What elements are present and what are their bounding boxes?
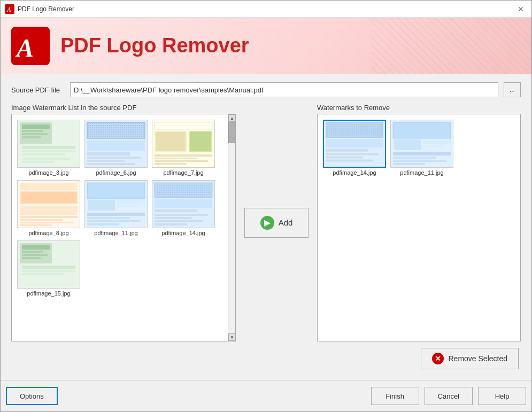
image-label: pdfimage_8.jpg [28,230,68,236]
close-button[interactable]: ✕ [514,3,527,15]
svg-rect-12 [22,153,65,156]
left-list-panel[interactable]: pdfimage_3.jpg [11,114,236,341]
svg-rect-7 [22,130,43,132]
image-label: pdfimage_11.jpg [94,230,137,236]
finish-button[interactable]: Finish [371,387,419,405]
svg-rect-35 [155,163,187,165]
svg-rect-50 [117,205,138,207]
list-item[interactable]: pdfimage_11.jpg [389,119,454,177]
image-label: pdfimage_15.jpg [27,290,70,297]
scrollbar-thumb[interactable] [228,122,235,143]
svg-rect-74 [22,273,65,275]
app-icon: A [5,4,14,14]
svg-rect-21 [87,152,130,156]
image-thumb-8 [18,181,80,228]
image-label: pdfimage_11.jpg [400,169,443,176]
footer-row: Options Finish Cancel Help [1,383,531,411]
window-title: PDF Logo Remover [18,5,74,13]
options-button[interactable]: Options [6,387,58,405]
scroll-down-btn[interactable]: ▼ [228,333,236,341]
main-window: A PDF Logo Remover ✕ A PDF Logo Remover … [0,0,532,412]
list-item[interactable]: pdfimage_6.jpg [83,119,149,177]
bottom-divider [1,380,531,380]
svg-rect-52 [87,217,130,219]
scroll-up-btn[interactable]: ▲ [228,114,236,122]
add-button-area: ▶ Add [244,104,309,341]
svg-rect-81 [326,149,368,152]
svg-rect-11 [22,150,75,152]
image-thumb-6 [85,120,147,167]
svg-rect-68 [22,245,50,250]
add-button[interactable]: ▶ Add [244,208,309,238]
app-title: PDF Logo Remover [60,34,249,57]
content-area: Source PDF file ... Image Watermark List… [1,74,531,378]
remove-icon: ✕ [432,353,444,364]
svg-rect-8 [22,133,48,135]
list-item[interactable]: pdfimage_7.jpg [151,119,216,177]
svg-rect-69 [22,251,43,253]
image-label: pdfimage_3.jpg [28,169,68,176]
svg-rect-33 [155,158,197,159]
title-bar: A PDF Logo Remover ✕ [1,1,531,18]
right-image-thumb-11 [391,120,453,167]
svg-rect-82 [326,153,379,156]
source-row: Source PDF file ... [11,82,521,97]
right-list-panel[interactable]: pdfimage_14.jpg [317,114,521,341]
svg-rect-14 [22,161,54,163]
image-label: pdfimage_7.jpg [163,169,203,176]
remove-selected-button[interactable]: ✕ Remove Selected [421,348,519,369]
svg-rect-18 [88,123,144,137]
panels-row: Image Watermark List in the source PDF [11,104,521,341]
right-panel-section: Watermarks to Remove [317,104,521,341]
image-thumb-7 [152,120,214,167]
add-button-label: Add [279,218,293,227]
add-icon: ▶ [260,216,274,230]
footer-left: Options [6,387,58,405]
help-button[interactable]: Help [478,387,526,405]
svg-rect-89 [423,139,451,144]
right-image-thumb-14 [324,120,385,167]
list-item[interactable]: pdfimage_14.jpg [322,119,387,177]
svg-rect-32 [155,154,212,157]
image-thumb-11 [85,181,147,228]
left-panel-label: Image Watermark List in the source PDF [11,104,236,112]
svg-rect-23 [87,160,125,162]
list-item[interactable]: pdfimage_8.jpg [16,179,81,237]
svg-rect-53 [87,220,141,222]
svg-rect-31 [190,132,211,151]
svg-rect-64 [155,220,203,222]
svg-rect-83 [326,157,363,159]
source-input[interactable] [70,82,498,97]
svg-rect-80 [326,139,383,147]
app-logo: A [11,27,50,65]
svg-rect-42 [20,219,63,221]
svg-rect-20 [87,141,145,151]
svg-rect-39 [21,192,76,203]
list-item[interactable]: pdfimage_3.jpg [16,119,81,177]
svg-rect-88 [394,139,421,150]
svg-rect-71 [22,257,41,259]
svg-rect-78 [327,124,382,137]
svg-rect-86 [393,122,451,138]
list-item[interactable]: pdfimage_11.jpg [83,179,149,237]
thumb-wrapper [17,180,80,228]
svg-rect-92 [393,157,436,159]
list-item[interactable]: pdfimage_14.jpg [151,179,216,237]
image-thumb-15 [18,241,80,288]
svg-rect-44 [20,224,52,226]
browse-button[interactable]: ... [504,82,521,97]
thumb-wrapper [17,120,80,168]
header-banner: A PDF Logo Remover [1,18,531,74]
svg-rect-10 [22,146,75,149]
cancel-button[interactable]: Cancel [425,387,473,405]
scrollbar[interactable]: ▲ ▼ [228,114,235,341]
svg-rect-34 [155,160,208,162]
image-label: pdfimage_14.jpg [161,230,205,236]
svg-rect-13 [22,158,70,160]
svg-text:A: A [15,34,34,62]
title-bar-left: A PDF Logo Remover [5,4,74,14]
svg-rect-63 [155,217,192,219]
svg-text:A: A [6,6,11,13]
svg-rect-54 [87,223,119,226]
list-item[interactable]: pdfimage_15.jpg [16,239,81,298]
